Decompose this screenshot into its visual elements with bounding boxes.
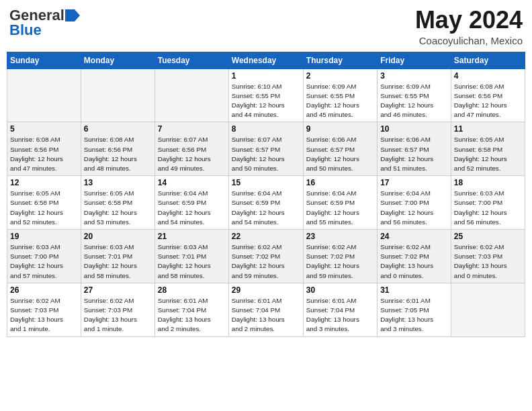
col-thursday: Thursday [303,52,377,68]
day-number: 8 [232,124,300,134]
day-info: Sunrise: 6:10 AMSunset: 6:55 PMDaylight:… [232,82,300,120]
table-row: 10Sunrise: 6:06 AMSunset: 6:57 PMDayligh… [378,122,451,176]
day-number: 1 [232,71,300,81]
day-number: 24 [380,232,448,241]
day-info: Sunrise: 6:07 AMSunset: 6:57 PMDaylight:… [232,135,300,173]
day-number: 17 [380,178,448,187]
table-row: 4Sunrise: 6:08 AMSunset: 6:56 PMDaylight… [451,68,525,122]
day-number: 11 [454,124,522,134]
day-info: Sunrise: 6:02 AMSunset: 7:03 PMDaylight:… [454,242,522,281]
col-tuesday: Tuesday [154,52,228,68]
day-number: 25 [454,232,522,241]
day-number: 19 [10,232,78,241]
table-row: 11Sunrise: 6:05 AMSunset: 6:58 PMDayligh… [451,122,525,176]
table-row: 26Sunrise: 6:02 AMSunset: 7:03 PMDayligh… [7,283,81,336]
logo-icon [65,9,80,21]
day-info: Sunrise: 6:09 AMSunset: 6:55 PMDaylight:… [380,82,448,120]
table-row: 5Sunrise: 6:08 AMSunset: 6:56 PMDaylight… [7,122,81,176]
calendar-week-row: 26Sunrise: 6:02 AMSunset: 7:03 PMDayligh… [7,283,525,336]
table-row [7,68,81,122]
day-info: Sunrise: 6:05 AMSunset: 6:58 PMDaylight:… [10,189,78,227]
calendar-week-row: 1Sunrise: 6:10 AMSunset: 6:55 PMDaylight… [7,68,525,122]
day-info: Sunrise: 6:02 AMSunset: 7:02 PMDaylight:… [380,242,448,281]
day-number: 10 [380,124,448,134]
day-number: 12 [10,178,78,187]
day-number: 6 [84,124,152,134]
day-info: Sunrise: 6:06 AMSunset: 6:57 PMDaylight:… [306,135,374,173]
table-row: 14Sunrise: 6:04 AMSunset: 6:59 PMDayligh… [154,176,228,230]
table-row: 3Sunrise: 6:09 AMSunset: 6:55 PMDaylight… [378,68,451,122]
day-info: Sunrise: 6:03 AMSunset: 7:00 PMDaylight:… [10,242,78,281]
logo-blue-text: Blue [9,21,42,39]
day-info: Sunrise: 6:01 AMSunset: 7:04 PMDaylight:… [306,296,374,334]
day-info: Sunrise: 6:04 AMSunset: 7:00 PMDaylight:… [380,189,448,227]
col-wednesday: Wednesday [228,52,303,68]
col-monday: Monday [81,52,154,68]
day-number: 3 [380,71,448,81]
day-info: Sunrise: 6:09 AMSunset: 6:55 PMDaylight:… [306,82,374,120]
day-info: Sunrise: 6:01 AMSunset: 7:04 PMDaylight:… [232,296,300,334]
calendar-header-row: Sunday Monday Tuesday Wednesday Thursday… [7,52,525,68]
table-row: 8Sunrise: 6:07 AMSunset: 6:57 PMDaylight… [228,122,303,176]
month-title: May 2024 [415,7,523,34]
table-row: 30Sunrise: 6:01 AMSunset: 7:04 PMDayligh… [303,283,377,336]
day-info: Sunrise: 6:01 AMSunset: 7:05 PMDaylight:… [380,296,448,334]
table-row: 31Sunrise: 6:01 AMSunset: 7:05 PMDayligh… [378,283,451,336]
day-info: Sunrise: 6:02 AMSunset: 7:03 PMDaylight:… [84,296,152,334]
day-number: 2 [306,71,374,81]
day-info: Sunrise: 6:01 AMSunset: 7:04 PMDaylight:… [158,296,226,334]
table-row: 21Sunrise: 6:03 AMSunset: 7:01 PMDayligh… [154,230,228,283]
day-number: 27 [84,285,152,295]
day-info: Sunrise: 6:06 AMSunset: 6:57 PMDaylight:… [380,135,448,173]
calendar-week-row: 5Sunrise: 6:08 AMSunset: 6:56 PMDaylight… [7,122,525,176]
table-row: 27Sunrise: 6:02 AMSunset: 7:03 PMDayligh… [81,283,154,336]
table-row: 7Sunrise: 6:07 AMSunset: 6:56 PMDaylight… [154,122,228,176]
title-area: May 2024 Coacoyulichan, Mexico [415,7,523,46]
page-header: General Blue May 2024 Coacoyulichan, Mex… [7,7,525,46]
day-number: 14 [158,178,226,187]
day-info: Sunrise: 6:08 AMSunset: 6:56 PMDaylight:… [10,135,78,173]
calendar-week-row: 19Sunrise: 6:03 AMSunset: 7:00 PMDayligh… [7,230,525,283]
table-row: 1Sunrise: 6:10 AMSunset: 6:55 PMDaylight… [228,68,303,122]
table-row: 9Sunrise: 6:06 AMSunset: 6:57 PMDaylight… [303,122,377,176]
table-row: 24Sunrise: 6:02 AMSunset: 7:02 PMDayligh… [378,230,451,283]
table-row: 17Sunrise: 6:04 AMSunset: 7:00 PMDayligh… [378,176,451,230]
day-info: Sunrise: 6:08 AMSunset: 6:56 PMDaylight:… [84,135,152,173]
table-row: 28Sunrise: 6:01 AMSunset: 7:04 PMDayligh… [154,283,228,336]
location: Coacoyulichan, Mexico [415,35,523,46]
table-row: 19Sunrise: 6:03 AMSunset: 7:00 PMDayligh… [7,230,81,283]
table-row: 16Sunrise: 6:04 AMSunset: 6:59 PMDayligh… [303,176,377,230]
day-number: 23 [306,232,374,241]
table-row: 29Sunrise: 6:01 AMSunset: 7:04 PMDayligh… [228,283,303,336]
day-info: Sunrise: 6:07 AMSunset: 6:56 PMDaylight:… [158,135,226,173]
table-row: 15Sunrise: 6:04 AMSunset: 6:59 PMDayligh… [228,176,303,230]
table-row [451,283,525,336]
day-number: 16 [306,178,374,187]
day-number: 4 [454,71,522,81]
table-row [81,68,154,122]
day-info: Sunrise: 6:05 AMSunset: 6:58 PMDaylight:… [84,189,152,227]
table-row: 20Sunrise: 6:03 AMSunset: 7:01 PMDayligh… [81,230,154,283]
table-row [154,68,228,122]
day-info: Sunrise: 6:03 AMSunset: 7:00 PMDaylight:… [454,189,522,227]
day-info: Sunrise: 6:02 AMSunset: 7:02 PMDaylight:… [306,242,374,281]
calendar-table: Sunday Monday Tuesday Wednesday Thursday… [7,52,525,337]
day-number: 15 [232,178,300,187]
day-number: 5 [10,124,78,134]
day-info: Sunrise: 6:05 AMSunset: 6:58 PMDaylight:… [454,135,522,173]
table-row: 25Sunrise: 6:02 AMSunset: 7:03 PMDayligh… [451,230,525,283]
col-saturday: Saturday [451,52,525,68]
col-friday: Friday [378,52,451,68]
table-row: 13Sunrise: 6:05 AMSunset: 6:58 PMDayligh… [81,176,154,230]
day-number: 30 [306,285,374,295]
table-row: 23Sunrise: 6:02 AMSunset: 7:02 PMDayligh… [303,230,377,283]
day-number: 29 [232,285,300,295]
day-info: Sunrise: 6:04 AMSunset: 6:59 PMDaylight:… [306,189,374,227]
table-row: 22Sunrise: 6:02 AMSunset: 7:02 PMDayligh… [228,230,303,283]
table-row: 12Sunrise: 6:05 AMSunset: 6:58 PMDayligh… [7,176,81,230]
table-row: 2Sunrise: 6:09 AMSunset: 6:55 PMDaylight… [303,68,377,122]
day-number: 22 [232,232,300,241]
day-number: 13 [84,178,152,187]
day-info: Sunrise: 6:04 AMSunset: 6:59 PMDaylight:… [158,189,226,227]
day-info: Sunrise: 6:03 AMSunset: 7:01 PMDaylight:… [84,242,152,281]
